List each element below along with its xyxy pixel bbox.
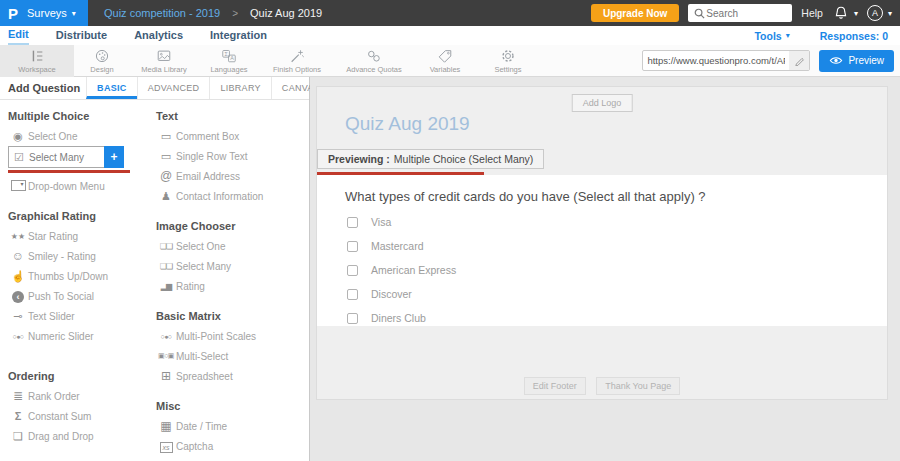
option-checkbox[interactable]	[347, 289, 358, 300]
nav-tab-distribute[interactable]: Distribute	[56, 27, 107, 44]
toolbar-item-advance-quotas[interactable]: Advance Quotas	[334, 45, 414, 77]
toolbar-item-finish-options[interactable]: Finish Options	[260, 45, 334, 77]
multiselect-icon: ▣○▣	[156, 352, 176, 360]
preview-button[interactable]: Preview	[819, 50, 894, 72]
image-rating-icon: ▂▆	[156, 282, 176, 291]
qtype-select-one[interactable]: ◉ Select One	[8, 126, 156, 146]
toolbar-label: Finish Options	[273, 65, 321, 74]
toolbar-item-languages[interactable]: Σ A Languages	[198, 45, 260, 77]
option-label: Diners Club	[371, 312, 426, 324]
toolbar-item-workspace[interactable]: Workspace	[0, 45, 74, 77]
notifications-bell-icon	[833, 5, 849, 21]
option-label: Discover	[371, 288, 412, 300]
qtype-constant-sum[interactable]: Σ Constant Sum	[8, 406, 156, 426]
numeric-slider-icon: ○●○	[8, 333, 28, 340]
qtype-captcha[interactable]: xs Captcha	[156, 436, 302, 456]
workspace-icon	[28, 48, 46, 64]
notifications-menu[interactable]: ▾	[833, 5, 858, 21]
account-menu[interactable]: A ▾	[867, 5, 892, 21]
qtype-single-row-text[interactable]: ▭ Single Row Text	[156, 146, 302, 166]
surveys-menu[interactable]: P Surveys ▾	[0, 0, 88, 26]
qtype-label: Rating	[176, 281, 205, 292]
qtype-spreadsheet[interactable]: ⊞ Spreadsheet	[156, 366, 302, 386]
qtype-label: Smiley - Rating	[28, 251, 96, 262]
qtype-dropdown-menu[interactable]: ▾ Drop-down Menu	[8, 176, 156, 196]
edit-footer-button[interactable]: Edit Footer	[524, 377, 586, 395]
qtype-multi-point-scales[interactable]: ○●○ Multi-Point Scales	[156, 326, 302, 346]
add-select-many-button[interactable]: +	[104, 146, 124, 168]
languages-icon: Σ A	[220, 48, 238, 64]
qtype-label: Constant Sum	[28, 411, 91, 422]
qtype-thumbs-up-down[interactable]: ☝ Thumbs Up/Down	[8, 266, 156, 286]
thumb-icon: ☝	[8, 270, 28, 283]
nav-tab-edit[interactable]: Edit	[8, 26, 29, 45]
option-checkbox[interactable]	[347, 217, 358, 228]
responses-count[interactable]: Responses: 0	[820, 30, 888, 42]
qtype-drag-and-drop[interactable]: ❏ Drag and Drop	[8, 426, 156, 446]
toolbar-label: Advance Quotas	[346, 65, 401, 74]
option-checkbox[interactable]	[347, 241, 358, 252]
option-label: American Express	[371, 264, 456, 276]
stars-icon: ★★	[8, 232, 28, 241]
qtype-text-slider[interactable]: ⊸ Text Slider	[8, 306, 156, 326]
breadcrumb-survey-group[interactable]: Quiz competition - 2019	[104, 7, 220, 19]
multipoint-icon: ○●○	[156, 333, 176, 340]
qtype-numeric-slider[interactable]: ○●○ Numeric Slider	[8, 326, 156, 346]
qtype-label: Captcha	[176, 441, 213, 452]
upgrade-now-button[interactable]: Upgrade Now	[591, 4, 679, 22]
tab-library[interactable]: LIBRARY	[209, 77, 270, 99]
qtype-label: Email Address	[176, 171, 240, 182]
qtype-select-many-selected[interactable]: ☑ Select Many +	[8, 146, 124, 168]
option-checkbox[interactable]	[347, 265, 358, 276]
option-row: Visa	[347, 216, 887, 228]
toolbar-item-design[interactable]: Design	[74, 45, 130, 77]
qtype-comment-box[interactable]: ▭ Comment Box	[156, 126, 302, 146]
tools-menu[interactable]: Tools	[754, 30, 781, 42]
tab-advanced[interactable]: ADVANCED	[137, 77, 210, 99]
help-link[interactable]: Help	[801, 7, 823, 19]
qtype-label: Select Many	[29, 152, 84, 163]
qtype-push-to-social[interactable]: ‹ Push To Social	[8, 286, 156, 306]
person-icon: ♟	[156, 190, 176, 203]
qtype-email-address[interactable]: @ Email Address	[156, 166, 302, 186]
thank-you-page-button[interactable]: Thank You Page	[596, 377, 680, 395]
qtype-date-time[interactable]: ▦ Date / Time	[156, 416, 302, 436]
option-label: Visa	[371, 216, 391, 228]
edit-url-button[interactable]	[789, 50, 809, 71]
qtype-smiley-rating[interactable]: ☺ Smiley - Rating	[8, 246, 156, 266]
question-card: What types of credit cards do you have (…	[317, 175, 887, 326]
tab-basic[interactable]: BASIC	[86, 77, 137, 99]
search-box[interactable]	[688, 4, 792, 22]
qtype-contact-information[interactable]: ♟ Contact Information	[156, 186, 302, 206]
section-graphical-rating: Graphical Rating	[8, 210, 156, 222]
qtype-image-select-one[interactable]: ❏❏ Select One	[156, 236, 302, 256]
toolbar-label: Media Library	[141, 65, 186, 74]
panel-title: Add Question	[0, 77, 86, 99]
qtype-label: Thumbs Up/Down	[28, 271, 108, 282]
question-types-column-2: Text ▭ Comment Box ▭ Single Row Text @ E…	[156, 104, 302, 456]
chevron-down-icon: ▾	[72, 9, 76, 18]
smiley-icon: ☺	[8, 249, 28, 263]
option-checkbox[interactable]	[347, 313, 358, 324]
toolbar-item-settings[interactable]: Settings	[476, 45, 540, 77]
qtype-star-rating[interactable]: ★★ Star Rating	[8, 226, 156, 246]
toolbar-item-media-library[interactable]: Media Library	[130, 45, 198, 77]
qtype-image-rating[interactable]: ▂▆ Rating	[156, 276, 302, 296]
question-types-column-1: Multiple Choice ◉ Select One ☑ Select Ma…	[8, 104, 156, 456]
qtype-multi-select[interactable]: ▣○▣ Multi-Select	[156, 346, 302, 366]
qtype-image-select-many[interactable]: ❏❏ Select Many	[156, 256, 302, 276]
survey-preview-area: Add Logo Quiz Aug 2019 Previewing :Multi…	[310, 77, 900, 461]
add-question-header: Add Question BASIC ADVANCED LIBRARY CANV…	[0, 77, 309, 100]
drag-icon: ❏	[8, 430, 28, 443]
search-input[interactable]	[706, 8, 786, 19]
radio-stack-icon: ◉	[8, 130, 28, 143]
dropdown-icon: ▾	[8, 180, 28, 193]
add-logo-button[interactable]: Add Logo	[572, 94, 633, 112]
nav-tab-integration[interactable]: Integration	[210, 27, 267, 44]
chevron-down-icon: ▾	[786, 31, 790, 40]
toolbar-item-variables[interactable]: Variables	[414, 45, 476, 77]
qtype-rank-order[interactable]: ≣ Rank Order	[8, 386, 156, 406]
qtype-label: Select Many	[176, 261, 231, 272]
nav-tab-analytics[interactable]: Analytics	[134, 27, 183, 44]
survey-url-input[interactable]	[643, 55, 789, 66]
